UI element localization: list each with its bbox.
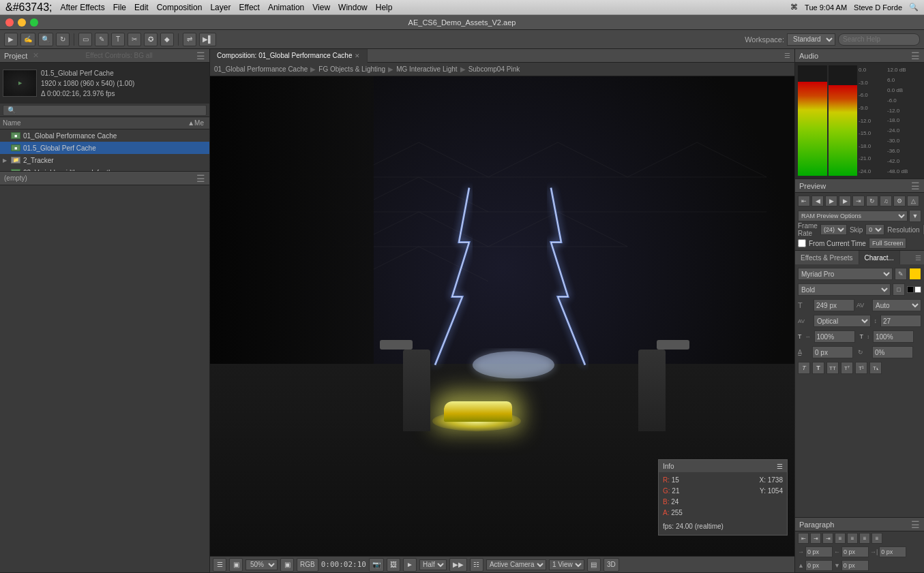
menu-aftereffects[interactable]: After Effects <box>61 3 105 12</box>
justify-right-btn[interactable]: ≡ <box>859 533 870 544</box>
loop-btn[interactable]: ↻ <box>866 196 878 206</box>
comp-tab-close[interactable]: ✕ <box>355 52 360 59</box>
menu-layer[interactable]: Layer <box>210 3 230 12</box>
3d-btn[interactable]: 3D <box>603 558 619 572</box>
full-screen-button[interactable]: Full Screen <box>869 238 907 249</box>
fg-color[interactable] <box>907 286 914 293</box>
next-frame-btn[interactable]: ▶ <box>839 196 851 206</box>
tool-rect[interactable]: ▭ <box>78 33 92 46</box>
indent-first-input[interactable] <box>879 546 906 557</box>
bold-btn[interactable]: T <box>812 362 824 374</box>
prev-frame-btn[interactable]: ◀ <box>811 196 824 206</box>
tool-extra1[interactable]: ⇌ <box>183 33 196 46</box>
tool-puppet[interactable]: ◆ <box>160 33 174 46</box>
menu-effect[interactable]: Effect <box>239 3 259 12</box>
frame-rate-select[interactable]: (24) <box>820 224 847 235</box>
comp-menu-btn[interactable]: ☰ <box>213 558 226 572</box>
font-size-input[interactable] <box>814 299 854 311</box>
search-icon[interactable]: 🔍 <box>909 3 919 12</box>
mute-btn[interactable]: △ <box>907 196 919 206</box>
kerning-value-input[interactable] <box>880 315 921 327</box>
info-menu[interactable]: ☰ <box>777 463 783 470</box>
skip-select[interactable]: 0 <box>865 224 884 235</box>
project-search-input[interactable] <box>3 105 207 116</box>
viewport-canvas[interactable]: Info ☰ R: 15 X: 1738 G: 21 Y: 1054 <box>210 76 794 556</box>
camera-select[interactable]: Active Camera <box>486 559 546 570</box>
rotate-input[interactable] <box>872 346 913 358</box>
minimize-button[interactable] <box>18 18 26 27</box>
tool-arrow[interactable]: ▶ <box>4 33 18 46</box>
breadcrumb-item-4[interactable]: Subcomp04 Pink <box>468 65 520 73</box>
apple-menu[interactable]: &#63743; <box>5 1 53 14</box>
align-left-btn[interactable]: ⇤ <box>798 533 809 544</box>
menu-view[interactable]: View <box>312 3 330 12</box>
last-frame-btn[interactable]: ⇥ <box>852 196 865 206</box>
tab-character[interactable]: Charact... <box>859 251 900 264</box>
ram-preview-options-select[interactable]: RAM Preview Options <box>798 211 908 221</box>
paragraph-menu[interactable]: ☰ <box>911 519 920 530</box>
italic-btn[interactable]: T <box>798 362 810 374</box>
tool-brush[interactable]: ✂ <box>128 33 141 46</box>
list-item[interactable]: ■ 01_Global Performance Cache <box>0 129 209 142</box>
menu-window[interactable]: Window <box>338 3 368 12</box>
indent-left-input[interactable] <box>805 546 833 557</box>
menu-edit[interactable]: Edit <box>134 3 149 12</box>
effects-panel-menu[interactable]: ☰ <box>915 254 921 262</box>
font-select[interactable]: Myriad Pro <box>798 268 893 280</box>
fast-preview-btn[interactable]: ▶▶ <box>449 558 467 572</box>
channels-btn[interactable]: RGB <box>297 558 318 572</box>
tool-text[interactable]: T <box>111 33 125 46</box>
list-item[interactable]: ■ 03_Variable width mask feather <box>0 166 209 171</box>
breadcrumb-item-2[interactable]: FG Objects & Lighting <box>318 65 385 73</box>
baseline-input[interactable] <box>812 346 853 358</box>
panel-menu-btn[interactable]: ☰ <box>196 50 205 61</box>
font-color-swatch[interactable] <box>909 268 921 280</box>
scale-h-input[interactable] <box>814 330 855 343</box>
audio-panel-menu[interactable]: ☰ <box>911 50 920 61</box>
menu-animation[interactable]: Animation <box>268 3 304 12</box>
tool-extra2[interactable]: ▶▌ <box>199 33 216 46</box>
super-btn[interactable]: T¹ <box>855 362 867 374</box>
indent-right-input[interactable] <box>841 546 869 557</box>
menu-help[interactable]: Help <box>376 3 393 12</box>
font-style-icon[interactable]: ✎ <box>895 268 907 280</box>
show-channel-btn[interactable]: ► <box>403 558 417 572</box>
fit-btn[interactable]: ▣ <box>280 558 294 572</box>
align-center-btn[interactable]: ⇥ <box>810 533 821 544</box>
first-frame-btn[interactable]: ⇤ <box>798 196 810 206</box>
all-caps-btn[interactable]: TT <box>826 362 839 374</box>
breadcrumb-item-1[interactable]: 01_Global Performance Cache <box>214 65 308 73</box>
tool-zoom[interactable]: 🔍 <box>38 33 53 46</box>
zoom-select[interactable]: 50% <box>245 559 278 570</box>
justify-all-btn[interactable]: ≡ <box>871 533 882 544</box>
align-right-btn[interactable]: ⇥ <box>822 533 833 544</box>
region-btn[interactable]: ▣ <box>229 558 243 572</box>
maximize-button[interactable] <box>30 18 38 27</box>
justify-left-btn[interactable]: ≡ <box>835 533 846 544</box>
tool-stamp[interactable]: ✪ <box>144 33 158 46</box>
close-button[interactable] <box>5 18 14 27</box>
kerning-select[interactable]: Optical <box>814 315 871 327</box>
stroke-icon[interactable]: □ <box>893 283 905 296</box>
play-btn[interactable]: ▶ <box>825 196 837 206</box>
show-snapshot-btn[interactable]: 🖼 <box>387 558 400 572</box>
preview-settings-btn[interactable]: ⚙ <box>893 196 906 206</box>
breadcrumb-item-3[interactable]: MG Interactive Light <box>396 65 457 73</box>
list-item[interactable]: ■ 01.5_Global Perf Cache <box>0 142 209 154</box>
render-btn[interactable]: ▤ <box>587 558 601 572</box>
panel-menu-icon[interactable]: ☰ <box>784 52 790 59</box>
space-after-input[interactable] <box>841 560 869 571</box>
quality-select[interactable]: Half <box>419 559 447 570</box>
comp-timecode[interactable]: 0:00:02:10 <box>321 560 366 569</box>
snapshot-btn[interactable]: 📷 <box>369 558 384 572</box>
scale-v-input[interactable] <box>873 330 914 343</box>
preview-options-expand[interactable]: ▼ <box>909 210 921 222</box>
bg-color[interactable] <box>914 286 921 293</box>
comp-tab-active[interactable]: Composition: 01_Global Performance Cache… <box>210 49 368 63</box>
space-before-input[interactable] <box>805 560 833 571</box>
tool-pen[interactable]: ✎ <box>95 33 108 46</box>
tab-effects-presets[interactable]: Effects & Presets <box>795 251 859 264</box>
col-sort-icon[interactable]: ▲ <box>188 119 194 127</box>
style-select[interactable]: Bold <box>798 283 891 296</box>
from-current-time-checkbox[interactable] <box>798 239 806 247</box>
